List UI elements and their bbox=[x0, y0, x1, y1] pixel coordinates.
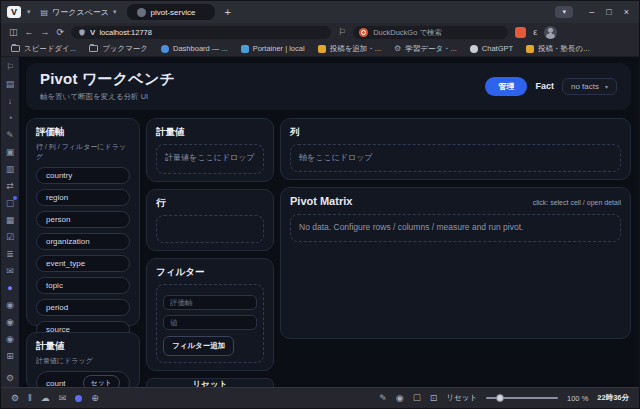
axis-pill-organization[interactable]: organization bbox=[36, 233, 130, 250]
folder-icon bbox=[11, 45, 20, 52]
mail-icon[interactable]: ✉ bbox=[6, 266, 14, 277]
page-actions-icon[interactable]: ⊡ bbox=[430, 393, 438, 403]
workspace-switcher[interactable]: ▤ ワークスペース ▾ bbox=[37, 5, 121, 20]
bookmark-label: ブックマーク bbox=[102, 44, 148, 54]
pivot-matrix-title: Pivot Matrix bbox=[290, 195, 352, 207]
reset-button[interactable]: リセット bbox=[146, 378, 274, 387]
workspace-label: ワークスペース bbox=[52, 7, 109, 18]
measure-pill-count[interactable]: count セット bbox=[36, 371, 130, 387]
bookmarks-icon[interactable]: ⚐ bbox=[6, 62, 14, 73]
tab-pivot-service[interactable]: pivot-service bbox=[127, 4, 215, 20]
bookmark-add-post[interactable]: 投稿を追加・... bbox=[318, 44, 381, 54]
bookmark-chatgpt[interactable]: ChatGPT bbox=[470, 44, 513, 53]
vivaldi-menu-icon[interactable]: V bbox=[7, 6, 21, 18]
measure-set-button[interactable]: セット bbox=[83, 375, 121, 387]
rows-dropzone[interactable] bbox=[156, 215, 264, 243]
webpanel-globe-icon[interactable]: ◉ bbox=[6, 334, 14, 345]
axis-pill-country[interactable]: country bbox=[36, 167, 130, 184]
zoom-slider-knob[interactable] bbox=[496, 394, 504, 402]
zoom-slider[interactable] bbox=[486, 397, 558, 399]
bookmark-label: Portainer | local bbox=[253, 44, 305, 53]
portainer-icon bbox=[241, 45, 249, 53]
axis-pill-event-type[interactable]: event_type bbox=[36, 255, 130, 272]
manage-button[interactable]: 管理 bbox=[485, 77, 527, 96]
tasks-icon[interactable]: ☑ bbox=[6, 232, 14, 243]
columns-dropzone[interactable]: 軸をここにドロップ bbox=[290, 144, 621, 172]
globe-status-icon[interactable]: ⊕ bbox=[91, 393, 99, 403]
vivaldi-menu-chevron-icon[interactable]: ▾ bbox=[27, 8, 31, 16]
filter-axis-input[interactable] bbox=[163, 295, 257, 310]
back-icon[interactable]: ← bbox=[25, 27, 34, 37]
filter-card: フィルター フィルター追加 bbox=[146, 258, 274, 371]
pause-icon[interactable]: ‖ bbox=[28, 393, 32, 403]
settings-gear-icon[interactable]: ⚙ bbox=[11, 393, 19, 403]
search-input[interactable] bbox=[373, 28, 502, 37]
url-field[interactable]: V localhost:12778 bbox=[71, 26, 331, 39]
fact-label: Fact bbox=[535, 81, 554, 91]
web-page: Pivot ワークベンチ 軸を置いて断面を変える分析 UI 管理 Fact no… bbox=[19, 57, 639, 387]
add-webpanel-icon[interactable]: ⊞ bbox=[6, 351, 14, 362]
downloads-icon[interactable]: ↓ bbox=[8, 96, 13, 107]
tab-menu-button[interactable]: ▾ bbox=[555, 6, 573, 18]
panel-settings-gear-icon[interactable]: ⚙ bbox=[6, 373, 14, 384]
sessions-icon[interactable]: ▣ bbox=[6, 147, 15, 158]
panel-toggle-icon[interactable]: ◫ bbox=[9, 27, 18, 37]
print-icon[interactable]: ▥ bbox=[6, 164, 15, 175]
maximize-button[interactable]: □ bbox=[606, 7, 611, 17]
add-filter-button[interactable]: フィルター追加 bbox=[163, 336, 234, 356]
webpanel-globe-icon[interactable]: ◉ bbox=[6, 317, 14, 328]
measures-panel: 計量値 計量値にドラッグ count セット bbox=[26, 332, 140, 387]
search-field-wrap bbox=[353, 26, 508, 39]
reading-list-icon[interactable]: ▤ bbox=[6, 79, 15, 90]
filter-value-input[interactable] bbox=[163, 315, 257, 330]
new-tab-button[interactable]: + bbox=[221, 6, 235, 18]
amber-site-icon bbox=[318, 45, 326, 53]
close-button[interactable]: × bbox=[624, 7, 629, 17]
webpanel-globe-icon[interactable]: ◉ bbox=[6, 300, 14, 311]
vivaldi-badge-icon: V bbox=[90, 28, 95, 37]
bookmark-label: 投稿を追加・... bbox=[330, 44, 381, 54]
window-panel-icon[interactable]: ▢ bbox=[6, 198, 15, 209]
calendar-icon[interactable]: ▦ bbox=[6, 215, 15, 226]
bookmark-dashboard[interactable]: Dashboard — ... bbox=[161, 44, 228, 53]
reload-icon[interactable]: ⟳ bbox=[57, 27, 65, 37]
bookmark-speeddial[interactable]: スピードダイ... bbox=[11, 44, 76, 54]
url-text: localhost:12778 bbox=[99, 28, 152, 37]
axis-pill-topic[interactable]: topic bbox=[36, 277, 130, 294]
page-header: Pivot ワークベンチ 軸を置いて断面を変える分析 UI 管理 Fact no… bbox=[26, 63, 631, 110]
bookmark-posts-principal[interactable]: 投稿・塾長の... bbox=[526, 44, 589, 54]
extension-icon[interactable] bbox=[515, 27, 526, 38]
mail-status-icon[interactable]: ✉ bbox=[59, 393, 67, 403]
page-title: Pivot ワークベンチ bbox=[40, 70, 175, 89]
column-config: 計量値 計量値をここにドロップ 行 フィルター フィルター追加 bbox=[146, 118, 274, 387]
profile-avatar[interactable] bbox=[544, 26, 557, 39]
sync-icon[interactable]: ⇄ bbox=[6, 181, 14, 192]
notes-icon[interactable]: ✎ bbox=[6, 130, 14, 141]
feeds-icon[interactable]: ≣ bbox=[6, 249, 14, 260]
axis-pill-period[interactable]: period bbox=[36, 299, 130, 316]
bookmark-flag-icon[interactable]: ⚐ bbox=[338, 27, 346, 37]
axis-pill-region[interactable]: region bbox=[36, 189, 130, 206]
gear-icon: ⚙ bbox=[394, 44, 401, 53]
measure-dropzone[interactable]: 計量値をここにドロップ bbox=[156, 144, 264, 174]
extension-glyph-icon[interactable]: ε bbox=[533, 27, 537, 37]
bookmark-bookmarks[interactable]: ブックマーク bbox=[89, 44, 148, 54]
status-blue-dot-icon[interactable] bbox=[75, 395, 82, 402]
bookmark-learning-data[interactable]: ⚙ 学習データ・... bbox=[394, 44, 457, 54]
address-bar: ◫ ← → ⟳ V localhost:12778 ⚐ ε bbox=[1, 23, 639, 41]
pivot-matrix-empty-state: No data. Configure rows / columns / meas… bbox=[290, 214, 621, 242]
images-toggle-icon[interactable]: ◉ bbox=[396, 393, 404, 403]
webpanel-purple-icon[interactable]: ● bbox=[7, 283, 12, 294]
axis-pill-person[interactable]: person bbox=[36, 211, 130, 228]
cloud-sync-icon[interactable]: ☁ bbox=[41, 393, 50, 403]
fact-select[interactable]: no facts ▾ bbox=[562, 78, 617, 95]
zoom-reset-button[interactable]: リセット bbox=[446, 393, 477, 403]
minimize-button[interactable]: – bbox=[589, 7, 594, 17]
forward-icon[interactable]: → bbox=[41, 27, 50, 37]
history-icon[interactable]: ◔ bbox=[7, 113, 12, 124]
bookmark-portainer[interactable]: Portainer | local bbox=[241, 44, 305, 53]
capture-icon[interactable]: ☐ bbox=[413, 393, 421, 403]
browser-window: V ▾ ▤ ワークスペース ▾ pivot-service + ▾ – □ × … bbox=[0, 0, 640, 409]
content-area: ⚐ ▤ ↓ ◔ ✎ ▣ ▥ ⇄ ▢ ▦ ☑ ≣ ✉ ● ◉ ◉ ◉ ⊞ ⚙ Pi… bbox=[1, 57, 639, 387]
page-tiling-icon[interactable]: ✎ bbox=[379, 393, 387, 403]
